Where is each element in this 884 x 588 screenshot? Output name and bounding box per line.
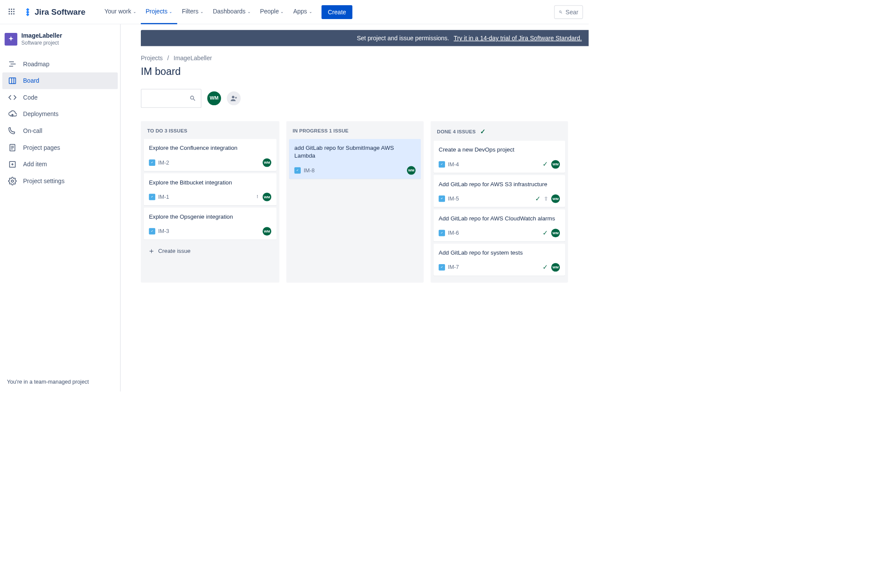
svg-point-25 — [11, 180, 13, 182]
assignee-avatar[interactable]: WM — [551, 229, 560, 237]
svg-rect-3 — [9, 11, 10, 12]
assignee-avatar[interactable]: WM — [263, 193, 271, 201]
sidebar-item-label: Project pages — [23, 144, 60, 151]
search-icon — [189, 95, 196, 102]
svg-point-26 — [232, 96, 234, 98]
sidebar-item-label: Deployments — [23, 111, 58, 118]
banner-link[interactable]: Try it in a 14-day trial of Jira Softwar… — [454, 35, 582, 41]
sidebar-items: Roadmap Board Code Deployments On-call P… — [0, 56, 120, 190]
sidebar-item-roadmap[interactable]: Roadmap — [2, 56, 117, 73]
task-type-icon — [294, 167, 301, 174]
code-icon — [8, 93, 17, 102]
issue-card[interactable]: Create a new DevOps project IM-4 ✓ WM — [433, 141, 565, 173]
svg-rect-11 — [26, 13, 29, 16]
roadmap-icon — [8, 60, 17, 68]
task-type-icon — [149, 228, 156, 235]
breadcrumb-project[interactable]: ImageLabeller — [174, 55, 212, 61]
add-member-button[interactable] — [227, 91, 240, 105]
sidebar-item-project-pages[interactable]: Project pages — [2, 139, 117, 156]
sidebar-item-oncall[interactable]: On-call — [2, 123, 117, 139]
issue-card[interactable]: Add GitLab repo for system tests IM-7 ✓ … — [433, 244, 565, 276]
priority-icon — [255, 194, 260, 200]
sidebar-item-code[interactable]: Code — [2, 89, 117, 106]
breadcrumb-root[interactable]: Projects — [141, 55, 163, 61]
column-todo: TO DO 3 ISSUES Explore the Confluence in… — [141, 121, 280, 283]
sidebar-item-add-item[interactable]: Add item — [2, 156, 117, 173]
nav-filters[interactable]: Filters⌄ — [177, 0, 208, 24]
avatar[interactable]: WM — [207, 91, 221, 105]
board-toolbar: WM — [141, 89, 569, 108]
svg-rect-4 — [11, 11, 12, 12]
column-header: TO DO 3 ISSUES — [144, 125, 276, 139]
card-key: IM-7 — [448, 264, 459, 271]
sidebar-item-label: Board — [23, 77, 39, 84]
project-type: Software project — [21, 40, 62, 46]
nav-projects[interactable]: Projects⌄ — [141, 0, 177, 24]
sidebar: ImageLabeller Software project Roadmap B… — [0, 24, 120, 391]
board-title: IM board — [141, 66, 569, 78]
app-switcher-icon[interactable] — [6, 6, 17, 18]
sidebar-item-board[interactable]: Board — [2, 72, 117, 89]
card-key: IM-8 — [304, 167, 315, 174]
logo[interactable]: Jira Software — [20, 7, 89, 16]
nav-dashboards[interactable]: Dashboards⌄ — [208, 0, 256, 24]
card-title: Explore the Bitbucket integration — [149, 178, 271, 186]
chevron-down-icon: ⌄ — [247, 9, 251, 14]
create-issue-button[interactable]: ＋ Create issue — [144, 242, 276, 260]
column-header: IN PROGRESS 1 ISSUE — [289, 125, 421, 139]
issue-card[interactable]: Add GitLab repo for AWS CloudWatch alarm… — [433, 210, 565, 242]
issue-card[interactable]: Explore the Bitbucket integration IM-1 W… — [144, 173, 276, 205]
svg-rect-7 — [11, 13, 12, 15]
check-icon: ✓ — [480, 128, 485, 136]
sidebar-footer: You're in a team-managed project — [0, 372, 120, 391]
card-key: IM-2 — [158, 159, 169, 166]
nav-items: Your work⌄ Projects⌄ Filters⌄ Dashboards… — [100, 0, 352, 24]
issue-card[interactable]: add GitLab repo for SubmitImage AWS Lamb… — [289, 139, 421, 179]
task-type-icon — [439, 230, 445, 236]
trial-banner: Set project and issue permissions. Try i… — [141, 30, 589, 46]
project-header[interactable]: ImageLabeller Software project — [0, 32, 120, 51]
breadcrumb-separator: / — [167, 55, 169, 61]
assignee-avatar[interactable]: WM — [551, 263, 560, 271]
assignee-avatar[interactable]: WM — [407, 166, 416, 175]
global-search[interactable]: Sear — [554, 5, 583, 19]
logo-text: Jira Software — [35, 7, 85, 16]
task-type-icon — [149, 159, 156, 166]
board-icon — [8, 76, 17, 85]
breadcrumb: Projects / ImageLabeller — [141, 55, 569, 62]
card-key: IM-5 — [448, 196, 459, 202]
oncall-icon — [8, 126, 17, 135]
sidebar-item-label: Code — [23, 94, 37, 101]
priority-icon: ⇧ — [544, 196, 548, 202]
assignee-avatar[interactable]: WM — [263, 227, 271, 236]
banner-text: Set project and issue permissions. — [357, 35, 449, 41]
add-person-icon — [230, 94, 237, 102]
issue-card[interactable]: Explore the Opsgenie integration IM-3 WM — [144, 208, 276, 240]
issue-card[interactable]: Explore the Confluence integration IM-2 … — [144, 139, 276, 171]
svg-rect-15 — [9, 78, 16, 84]
done-check-icon: ✓ — [543, 264, 548, 271]
nav-apps[interactable]: Apps⌄ — [289, 0, 317, 24]
column-done: DONE 4 ISSUES ✓ Create a new DevOps proj… — [431, 121, 568, 283]
column-in-progress: IN PROGRESS 1 ISSUE add GitLab repo for … — [286, 121, 424, 283]
sidebar-item-project-settings[interactable]: Project settings — [2, 173, 117, 190]
svg-rect-2 — [13, 9, 15, 10]
sidebar-item-deployments[interactable]: Deployments — [2, 106, 117, 123]
svg-rect-8 — [13, 13, 15, 15]
plus-icon: ＋ — [148, 246, 155, 256]
assignee-avatar[interactable]: WM — [551, 194, 560, 203]
nav-people[interactable]: People⌄ — [255, 0, 289, 24]
sidebar-item-label: Add item — [23, 161, 47, 168]
assignee-avatar[interactable]: WM — [551, 160, 560, 169]
nav-your-work[interactable]: Your work⌄ — [100, 0, 141, 24]
sidebar-item-label: On-call — [23, 127, 42, 134]
issue-card[interactable]: Add GitLab repo for AWS S3 infrastructur… — [433, 175, 565, 207]
board-search[interactable] — [141, 89, 202, 108]
done-check-icon: ✓ — [543, 161, 548, 168]
assignee-avatar[interactable]: WM — [263, 158, 271, 167]
create-button[interactable]: Create — [322, 5, 352, 19]
card-key: IM-4 — [448, 161, 459, 168]
svg-rect-1 — [11, 9, 12, 10]
search-icon — [559, 9, 562, 15]
sidebar-item-label: Roadmap — [23, 61, 49, 68]
